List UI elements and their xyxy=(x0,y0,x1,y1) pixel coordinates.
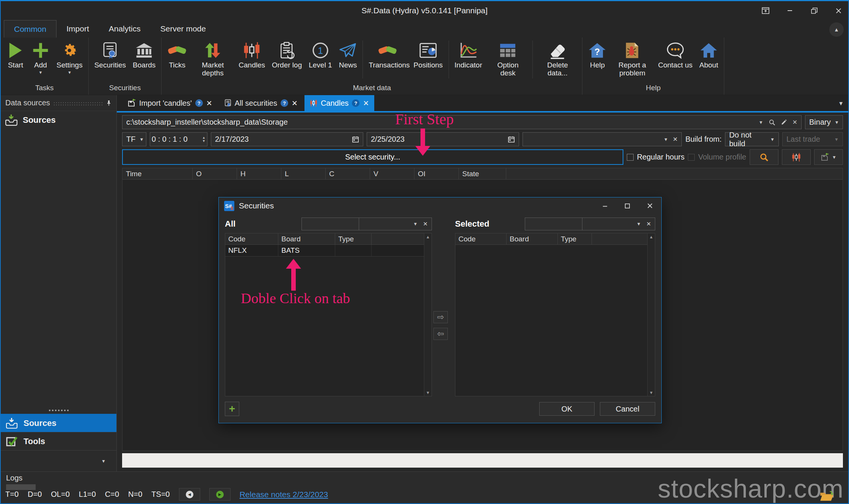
date-to-input[interactable]: 2/25/2023 xyxy=(367,132,519,146)
calendar-icon[interactable] xyxy=(352,136,359,143)
scroll-down-icon[interactable]: ▼ xyxy=(426,390,430,395)
order-log-button[interactable]: Order log xyxy=(268,39,305,69)
export-button[interactable]: ▼ xyxy=(814,149,843,165)
tab-import-candles[interactable]: Import 'candles' ? ✕ xyxy=(122,95,218,111)
ticks-button[interactable]: Ticks xyxy=(164,39,190,69)
column-header-code[interactable]: Code xyxy=(455,233,507,244)
clear-icon[interactable]: ✕ xyxy=(646,221,651,227)
help-badge-icon[interactable]: ? xyxy=(195,99,203,107)
ribbon-tab-server-mode[interactable]: Server mode xyxy=(151,20,216,38)
pin-window-icon[interactable] xyxy=(761,6,770,15)
security-type-cell[interactable] xyxy=(335,245,372,256)
clear-icon[interactable]: ✕ xyxy=(673,136,678,143)
column-header-volume[interactable]: V xyxy=(370,168,414,179)
market-depths-button[interactable]: Market depths xyxy=(190,39,235,77)
column-header-type[interactable]: Type xyxy=(558,233,592,244)
ribbon-tab-import[interactable]: Import xyxy=(56,20,99,38)
positions-button[interactable]: Positions xyxy=(410,39,446,69)
transactions-button[interactable]: Transactions xyxy=(365,39,410,69)
scroll-up-icon[interactable]: ▲ xyxy=(649,235,653,239)
close-tab-icon[interactable]: ✕ xyxy=(206,99,212,108)
column-header-time[interactable]: Time xyxy=(122,168,193,179)
clear-icon[interactable]: ✕ xyxy=(423,221,428,227)
close-button[interactable] xyxy=(834,6,843,15)
release-notes-link[interactable]: Release notes 2/23/2023 xyxy=(240,490,328,499)
add-button[interactable]: Add ▼ xyxy=(28,39,53,75)
show-chart-button[interactable] xyxy=(782,149,811,165)
pin-icon[interactable] xyxy=(106,100,112,106)
tab-all-securities[interactable]: All securities ? ✕ xyxy=(219,95,303,111)
vertical-scrollbar[interactable]: ▲ ▼ xyxy=(647,233,655,396)
security-board-cell[interactable]: BATS xyxy=(278,245,335,256)
about-button[interactable]: About xyxy=(696,39,722,69)
start-button[interactable]: Start xyxy=(3,39,28,69)
ok-button[interactable]: OK xyxy=(539,402,595,416)
timeframe-spinner[interactable]: 0 : 0 : 1 : 0 ▲▼ xyxy=(150,132,207,146)
search-button[interactable] xyxy=(750,149,778,165)
column-header-board[interactable]: Board xyxy=(507,233,558,244)
regular-hours-checkbox[interactable]: Regular hours xyxy=(627,153,685,161)
close-tab-icon[interactable]: ✕ xyxy=(363,99,369,108)
nav-forward-button[interactable]: ▶ xyxy=(209,488,231,501)
selected-filter-input[interactable] xyxy=(525,218,582,230)
scroll-down-icon[interactable]: ▼ xyxy=(649,390,653,395)
settings-button[interactable]: Settings ▼ xyxy=(53,39,86,75)
help-button[interactable]: ? Help xyxy=(585,39,610,69)
dialog-maximize-button[interactable] xyxy=(625,203,630,209)
clear-icon[interactable]: ✕ xyxy=(793,119,797,126)
panel-selector-dropdown[interactable]: ▼ xyxy=(1,450,116,471)
dialog-title-bar[interactable]: S# Securities xyxy=(219,197,661,214)
column-header-type[interactable]: Type xyxy=(335,233,372,244)
security-code-cell[interactable]: NFLX xyxy=(225,245,278,256)
sidebar-item-sources[interactable]: Sources xyxy=(1,414,116,432)
column-header-high[interactable]: H xyxy=(237,168,281,179)
add-security-button[interactable]: + xyxy=(225,402,239,416)
scroll-up-icon[interactable]: ▲ xyxy=(426,235,430,239)
delete-data-button[interactable]: Delete data... xyxy=(535,39,580,77)
column-header-board[interactable]: Board xyxy=(278,233,335,244)
contact-us-button[interactable]: Contact us xyxy=(654,39,696,69)
close-tab-icon[interactable]: ✕ xyxy=(292,99,298,108)
dialog-minimize-button[interactable] xyxy=(602,203,608,209)
column-header-open[interactable]: O xyxy=(193,168,237,179)
column-header-close[interactable]: C xyxy=(326,168,370,179)
help-badge-icon[interactable]: ? xyxy=(281,99,288,107)
restore-button[interactable] xyxy=(810,6,819,15)
search-icon[interactable] xyxy=(769,119,775,126)
indicator-button[interactable]: Indicator xyxy=(451,39,486,69)
spinner-arrows-icon[interactable]: ▲▼ xyxy=(202,136,206,143)
extra-filter-select[interactable]: ▼ ✕ xyxy=(523,132,682,146)
security-row-nflx[interactable]: NFLX BATS xyxy=(225,245,424,257)
chevron-down-icon[interactable]: ▼ xyxy=(759,120,763,125)
collapse-ribbon-button[interactable]: ▲ xyxy=(829,22,844,37)
nav-back-button[interactable]: ◀ xyxy=(179,488,200,501)
dialog-close-button[interactable] xyxy=(647,203,653,209)
panel-splitter-handle[interactable] xyxy=(1,407,116,414)
minimize-button[interactable] xyxy=(785,6,794,15)
tab-candles[interactable]: Candles ? ✕ xyxy=(304,95,374,111)
option-desk-button[interactable]: Option desk xyxy=(485,39,530,77)
column-header-code[interactable]: Code xyxy=(225,233,278,244)
cancel-button[interactable]: Cancel xyxy=(600,402,655,416)
tree-item-sources[interactable]: Sources xyxy=(1,111,116,129)
selected-filter-select[interactable]: ▼ ✕ xyxy=(582,218,655,230)
level1-button[interactable]: 1 Level 1 xyxy=(305,39,335,69)
ribbon-tab-analytics[interactable]: Analytics xyxy=(99,20,151,38)
build-mode-select[interactable]: Do not build ▼ xyxy=(725,132,779,146)
column-header-oi[interactable]: OI xyxy=(414,168,459,179)
open-folder-icon[interactable] xyxy=(819,489,834,502)
ribbon-tab-common[interactable]: Common xyxy=(4,20,56,38)
edit-pencil-icon[interactable] xyxy=(781,119,787,125)
report-problem-button[interactable]: Report a problem xyxy=(610,39,654,77)
all-filter-input[interactable] xyxy=(301,218,359,230)
move-right-button[interactable]: ⇨ xyxy=(433,311,448,323)
tab-overflow-dropdown[interactable]: ▼ xyxy=(838,95,844,111)
news-button[interactable]: News xyxy=(335,39,360,69)
date-from-input[interactable]: 2/17/2023 xyxy=(211,132,363,146)
timeframe-type-select[interactable]: TF ▼ xyxy=(122,132,146,146)
securities-button[interactable]: Securities xyxy=(91,39,129,69)
candles-button[interactable]: Candles xyxy=(235,39,268,69)
sidebar-item-tools[interactable]: Tools xyxy=(1,432,116,450)
calendar-icon[interactable] xyxy=(508,136,515,143)
help-badge-icon[interactable]: ? xyxy=(352,99,359,107)
